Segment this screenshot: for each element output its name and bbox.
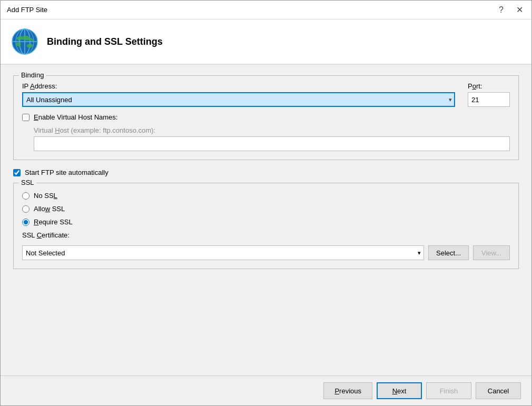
require-ssl-label: Require SSL [34, 218, 73, 226]
no-ssl-row: No SSL [22, 192, 510, 200]
next-button[interactable]: Next [377, 382, 422, 399]
add-ftp-site-dialog: Add FTP Site ? ✕ Binding and SSL Setting… [0, 0, 532, 406]
help-button[interactable]: ? [497, 5, 506, 15]
require-ssl-row: Require SSL [22, 218, 510, 226]
select-cert-button[interactable]: Select... [428, 245, 469, 260]
previous-button[interactable]: Previous [323, 382, 372, 399]
page-title: Binding and SSL Settings [47, 36, 163, 47]
allow-ssl-radio[interactable] [22, 205, 29, 213]
ip-select-wrapper: All Unassigned ▾ [22, 92, 455, 107]
port-label: Port: [468, 82, 510, 90]
ssl-cert-row: Not Selected ▾ Select... View... [22, 245, 510, 260]
dialog-title: Add FTP Site [7, 6, 47, 14]
title-bar: Add FTP Site ? ✕ [1, 1, 531, 19]
view-cert-button[interactable]: View... [473, 245, 510, 260]
ssl-cert-label: SSL Certificate: [22, 231, 510, 239]
port-field: Port: [468, 82, 510, 107]
main-content: Binding IP Address: All Unassigned ▾ [1, 65, 531, 375]
no-ssl-radio[interactable] [22, 192, 29, 200]
globe-icon [11, 28, 38, 55]
port-input[interactable] [468, 92, 510, 107]
binding-group: Binding IP Address: All Unassigned ▾ [13, 75, 519, 160]
allow-ssl-row: Allow SSL [22, 205, 510, 213]
enable-virtual-host-names-checkbox[interactable] [22, 114, 29, 121]
close-button[interactable]: ✕ [514, 5, 525, 15]
start-ftp-row: Start FTP site automatically [13, 169, 519, 176]
binding-group-label: Binding [19, 71, 46, 79]
finish-button[interactable]: Finish [426, 382, 471, 399]
enable-virtual-host-names-label: Enable Virtual Host Names: [34, 113, 117, 121]
ssl-cert-select[interactable]: Not Selected [22, 245, 424, 260]
title-bar-left: Add FTP Site [7, 6, 47, 14]
start-ftp-checkbox[interactable] [13, 169, 21, 176]
header-section: Binding and SSL Settings [1, 19, 531, 65]
cancel-button[interactable]: Cancel [476, 382, 521, 399]
virtual-host-input[interactable] [34, 136, 510, 151]
virtual-host-placeholder-label: Virtual Host (example: ftp.contoso.com): [34, 126, 510, 134]
ssl-group: SSL No SSL Allow SSL Require SSL SSL Cer… [13, 183, 519, 269]
finish-label: Finish [440, 387, 458, 395]
ssl-group-label: SSL [19, 179, 36, 186]
start-ftp-label: Start FTP site automatically [25, 169, 109, 176]
require-ssl-radio[interactable] [22, 219, 29, 226]
allow-ssl-label: Allow SSL [34, 205, 65, 213]
footer: Previous Next Finish Cancel [1, 375, 531, 405]
enable-vhosts-row: Enable Virtual Host Names: [22, 113, 510, 121]
ssl-cert-select-wrapper: Not Selected ▾ [22, 245, 424, 260]
next-label: Next [392, 387, 407, 395]
previous-label: Previous [334, 387, 361, 395]
ip-address-field: IP Address: All Unassigned ▾ [22, 82, 455, 107]
ip-address-label: IP Address: [22, 82, 455, 90]
ssl-cert-section: SSL Certificate: Not Selected ▾ Select..… [22, 231, 510, 260]
ip-port-row: IP Address: All Unassigned ▾ Port: [22, 82, 510, 107]
ip-address-select[interactable]: All Unassigned [22, 92, 455, 107]
title-bar-controls: ? ✕ [497, 5, 525, 15]
no-ssl-label: No SSL [34, 192, 57, 200]
